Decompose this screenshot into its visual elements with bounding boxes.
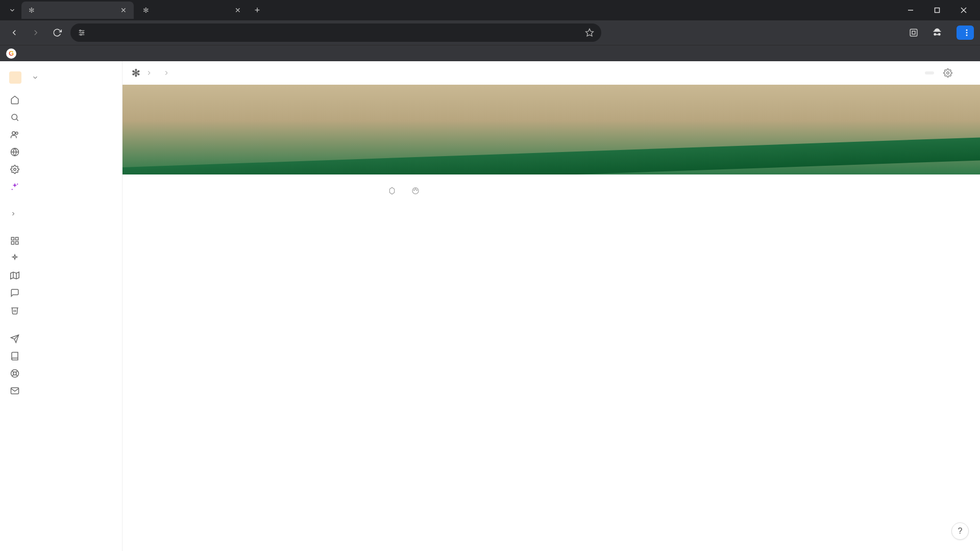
new-tab-button[interactable]: + <box>250 3 264 17</box>
cover-image[interactable] <box>122 85 980 174</box>
sidebar-item-members[interactable] <box>5 127 117 143</box>
browser-chrome: ✻ ✕ ✻ ✕ + <box>0 0 980 61</box>
chat-icon <box>10 288 19 297</box>
sidebar-item-help-center[interactable] <box>5 365 117 382</box>
map-icon <box>10 271 19 280</box>
svg-marker-29 <box>11 272 19 279</box>
close-window-button[interactable] <box>952 2 975 18</box>
sidebar-item-search[interactable] <box>5 109 117 126</box>
search-icon <box>10 113 19 122</box>
more-icon <box>966 29 968 36</box>
extensions-button[interactable] <box>905 24 922 41</box>
nav-bar <box>0 20 980 45</box>
lifebuoy-icon <box>10 369 19 378</box>
tab-favicon-icon: ✻ <box>28 6 36 14</box>
add-logo-button[interactable] <box>388 187 400 195</box>
sidebar-item-domains[interactable] <box>5 144 117 160</box>
section-workspaces <box>5 196 117 206</box>
sidebar-item-contact[interactable] <box>5 383 117 399</box>
send-icon <box>10 334 19 343</box>
form-settings-button[interactable] <box>943 68 952 78</box>
sidebar-item-trash[interactable] <box>5 302 117 318</box>
tally-logo-icon[interactable]: ✻ <box>132 67 140 79</box>
user-menu[interactable] <box>5 68 117 87</box>
url-bar[interactable] <box>70 23 601 42</box>
reload-button[interactable] <box>49 24 65 41</box>
breadcrumb-sep-icon <box>145 69 153 77</box>
chevron-down-icon <box>32 74 39 81</box>
tab-search-button[interactable] <box>5 3 19 17</box>
gear-icon <box>10 165 19 174</box>
home-icon <box>10 95 19 105</box>
sidebar-workspace[interactable] <box>5 207 117 220</box>
avatar <box>9 71 21 84</box>
sidebar-item-feedback[interactable] <box>5 285 117 301</box>
book-icon <box>10 352 19 361</box>
tab-favicon-icon: ✻ <box>142 6 150 14</box>
sidebar-item-whats-new[interactable] <box>5 250 117 266</box>
form-title-input[interactable] <box>388 202 745 230</box>
svg-rect-12 <box>912 31 915 34</box>
svg-point-8 <box>82 32 84 34</box>
sidebar-item-roadmap[interactable] <box>5 267 117 284</box>
minimize-button[interactable] <box>899 2 922 18</box>
svg-point-15 <box>966 35 968 36</box>
templates-icon <box>10 236 19 245</box>
site-settings-icon[interactable] <box>78 29 86 37</box>
forward-button[interactable] <box>28 24 44 41</box>
sidebar-item-discover-pro[interactable] <box>5 179 117 195</box>
globe-icon <box>10 147 19 157</box>
svg-point-13 <box>966 30 968 31</box>
help-fab-button[interactable]: ? <box>951 522 969 540</box>
google-bookmark[interactable]: G <box>6 48 16 59</box>
sidebar <box>0 61 122 551</box>
logo-icon <box>388 187 396 195</box>
svg-marker-10 <box>586 29 594 36</box>
breadcrumb-sep-icon <box>163 69 170 77</box>
app: ✻ <box>0 61 980 551</box>
svg-point-22 <box>14 168 16 171</box>
svg-line-17 <box>16 119 18 120</box>
section-help <box>5 319 117 330</box>
svg-line-37 <box>16 374 17 376</box>
svg-point-44 <box>414 190 414 190</box>
mail-icon <box>10 386 19 395</box>
form-editor <box>388 174 980 230</box>
svg-rect-25 <box>11 237 14 240</box>
tab-close-button[interactable]: ✕ <box>234 6 242 14</box>
svg-line-38 <box>16 371 17 372</box>
bookmark-star-icon[interactable] <box>585 28 594 37</box>
svg-point-41 <box>947 72 949 74</box>
back-button[interactable] <box>6 24 22 41</box>
maximize-button[interactable] <box>926 2 948 18</box>
tab-close-button[interactable]: ✕ <box>119 6 128 14</box>
svg-rect-1 <box>935 8 940 13</box>
svg-line-39 <box>12 374 14 376</box>
svg-point-24 <box>12 189 13 190</box>
relaunch-button[interactable] <box>957 26 974 40</box>
svg-point-18 <box>12 132 15 135</box>
svg-rect-26 <box>16 237 18 240</box>
browser-tab-active[interactable]: ✻ ✕ <box>21 2 134 19</box>
members-icon <box>10 130 19 139</box>
svg-point-23 <box>17 184 18 185</box>
svg-point-14 <box>966 32 968 34</box>
svg-rect-28 <box>16 242 18 244</box>
sidebar-item-get-started[interactable] <box>5 331 117 347</box>
trash-icon <box>10 306 19 315</box>
svg-rect-27 <box>11 242 14 244</box>
sidebar-item-home[interactable] <box>5 92 117 108</box>
browser-tab[interactable]: ✻ ✕ <box>136 2 248 19</box>
tab-bar: ✻ ✕ ✻ ✕ + <box>0 0 980 20</box>
svg-rect-11 <box>910 29 917 36</box>
svg-marker-42 <box>389 187 394 194</box>
sidebar-item-howto[interactable] <box>5 348 117 364</box>
incognito-indicator[interactable] <box>927 26 951 40</box>
svg-point-16 <box>12 114 17 120</box>
design-button[interactable] <box>411 187 424 195</box>
sidebar-item-settings[interactable] <box>5 161 117 178</box>
sidebar-item-templates[interactable] <box>5 233 117 249</box>
chevron-right-icon <box>10 211 16 217</box>
svg-point-7 <box>80 30 81 32</box>
sparkle-icon <box>10 182 19 191</box>
